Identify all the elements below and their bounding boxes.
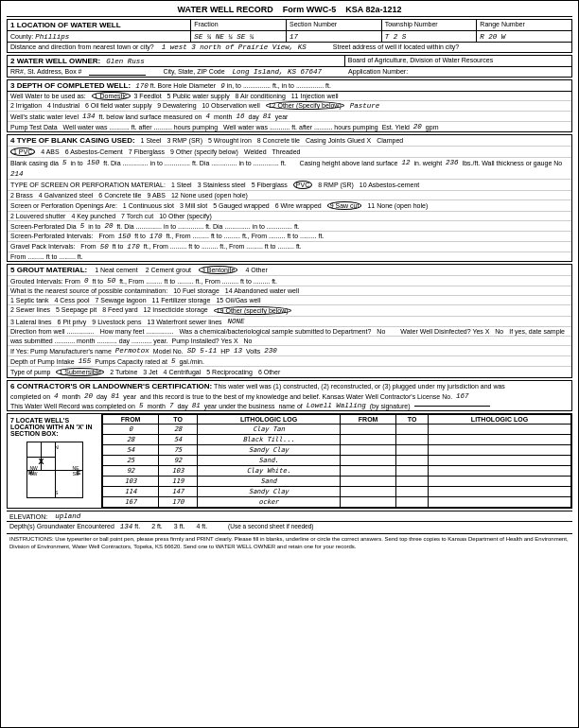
section6-cert: 6 CONTRACTOR'S OR LANDOWNER'S CERTIFICAT… [7, 380, 572, 411]
use-irrigation: 2 Irrigation [10, 102, 45, 109]
pvc-label: 1 PVC [10, 147, 35, 156]
capacity-value: 5 [171, 357, 176, 365]
gpm-label: gpm [426, 124, 439, 130]
disinfected-label: Water Well Disinfected? Yes X No [400, 328, 503, 335]
ft-dia-bd: ft. Dia .............. in to ...........… [103, 160, 286, 166]
o-wire: 6 Wire wrapped [275, 202, 322, 209]
board-label: Board of Agriculture, Division of Water … [348, 57, 493, 63]
lbs-label: lbs./ft. Wall thickness or gauge No [463, 160, 563, 166]
blank-ft-value: 150 [87, 159, 100, 166]
depth-pump-value: 155 [79, 357, 92, 365]
county-label: County: [10, 33, 33, 40]
volts-label: Volts [246, 348, 260, 355]
reciprocating-label: 5 Reciprocating [206, 369, 253, 375]
depth-gw-1: 134 [120, 523, 133, 530]
section1-label: 1 LOCATION OF WATER WELL [10, 21, 121, 29]
model-label: Model No. [153, 348, 184, 355]
depth-gw-4: 4 [196, 523, 200, 529]
section7-litho: 7 LOCATE WELL'S LOCATION WITH AN 'X' IN … [7, 413, 572, 509]
township-label: Township Number [385, 21, 438, 27]
o-torch: 7 Torch cut [121, 213, 153, 219]
grout-from: 0 [84, 277, 89, 285]
pit-label: 6 Pit privy [58, 319, 87, 325]
s-stainless: 3 Stainless steel [198, 182, 246, 188]
elevation-value: upland [55, 512, 80, 520]
month-sep: month [214, 113, 232, 120]
year-sep: year [123, 393, 136, 400]
gravel-to1: 170 [127, 243, 140, 251]
day-measured: 16 [236, 113, 244, 120]
main-title: WATER WELL RECORD [178, 5, 273, 14]
o-key: 4 Key punched [71, 213, 115, 219]
use-aircon: 8 Air conditioning [236, 93, 290, 99]
sewage-label: 7 Sewage lagoon [95, 297, 146, 303]
cement-label: 2 Cement grout [146, 267, 191, 273]
o-gauze: 5 Gauged wrapped [213, 202, 270, 209]
grout-to: 50 [107, 277, 115, 285]
septic-label: 1 Septic tank [10, 297, 48, 303]
spd-ftdia: ft. Dia .............. in to ...........… [116, 223, 299, 230]
day-sep: day [96, 393, 107, 400]
sewer-label: 2 Sewer lines [10, 306, 50, 315]
city-value: Long Island, KS 67647 [233, 68, 323, 76]
section3-label: 3 DEPTH OF COMPLETED WELL: [10, 81, 131, 90]
s-asbestos: 10 Asbestos-cement [360, 182, 419, 188]
pump-installed-label: Pump Installed? Yes X No [172, 338, 253, 344]
city-label: City, State, ZIP Code [163, 68, 224, 76]
concrete-label: 8 Concrete tile [257, 137, 300, 144]
elevation-label: ELEVATION: [9, 513, 47, 520]
o-saw: 9 Saw cut [327, 201, 362, 210]
name-label: name of [278, 403, 302, 409]
spd-label: Screen-Perforated Dia [10, 223, 77, 230]
section6-label: 6 CONTRACTOR'S OR LANDOWNER'S CERTIFICAT… [10, 382, 212, 390]
sewer-lines-label: 13 Waterfront sewer lines [147, 319, 221, 325]
s-concrete: 6 Concrete tile [98, 192, 141, 199]
litho-row: 103 119 Sand [103, 477, 571, 487]
bentonite-label: 3 Bentonite [199, 266, 237, 274]
feet-label: How many feet ............... [100, 328, 174, 335]
oilgas-label: 15 Oil/Gas well [216, 297, 260, 303]
depth-pump-label: Depth of Pump Intake [10, 358, 75, 365]
steel-label: 1 Steel [141, 137, 162, 144]
litho-table: FROM TO LITHOLOGIC LOG FROM TO LITHOLOGI… [102, 414, 571, 508]
distance-value: 1 west 3 north of Prairie View, KS [162, 43, 307, 51]
fertilizer-label: 11 Fertilizer storage [152, 297, 211, 303]
range-label: Range Number [480, 21, 524, 27]
bacteria-no: No [377, 328, 385, 335]
section5-grout: 5 GROUT MATERIAL: 1 Neat cement 2 Cement… [7, 264, 572, 378]
year-measured: 81 [263, 113, 272, 120]
day-sep2: day [177, 403, 187, 409]
waterfront-value: NONE [228, 318, 245, 325]
o-louver: 2 Louvered shutter [10, 213, 65, 219]
distance-label: Distance and direction from nearest town… [10, 43, 154, 51]
hp-label: HP [220, 348, 230, 355]
pump-mfr-label: If Yes: Pump Manufacturer's name [10, 348, 112, 355]
name-value: Lowell Walling [307, 402, 366, 409]
use-dewater: 9 Dewatering [157, 102, 200, 109]
litho2-header: LITHOLOGIC LOG [429, 415, 571, 425]
o-mill: 3 Mill slot [180, 202, 207, 209]
abs-label: 4 ABS [41, 148, 59, 155]
gravel-label: Gravel Pack Intervals: From [10, 243, 96, 251]
gravel-ft1: ft., From ......... ft to ......... ft.,… [144, 243, 302, 251]
depth-gw-label: Depth(s) Groundwater Encountered [9, 523, 114, 529]
from-header: FROM [103, 415, 159, 425]
in-to-bd: in to [71, 160, 83, 166]
in-weight-label: in. weight [414, 160, 443, 166]
to2-header: TO [396, 415, 429, 425]
livestock-label: 9 Livestock pens [92, 319, 141, 325]
other-specify: Pasture [350, 102, 380, 110]
bacteria-label: Was a chemical/bacteriological sample su… [180, 328, 372, 335]
s-galv: 4 Galvanized steel [39, 192, 94, 199]
other19-label: 19 Other (specify below) [214, 306, 291, 315]
capacity-label: Pumps Capacity rated at [95, 358, 167, 365]
s-abs: 9 ABS [147, 192, 165, 199]
grout-ft-to: ft to [92, 278, 103, 285]
well-use-label: Well Water to be used as: [10, 93, 90, 99]
section1-location: 1 LOCATION OF WATER WELL Fraction Sectio… [7, 19, 572, 53]
day-sep: day [248, 113, 258, 120]
fraction-value: SE ¼ NE ¼ SE ¼ [194, 33, 254, 41]
grout-other: 4 Other [245, 267, 267, 273]
perf-from1: 150 [118, 233, 132, 240]
rec-day: 7 [169, 402, 174, 409]
